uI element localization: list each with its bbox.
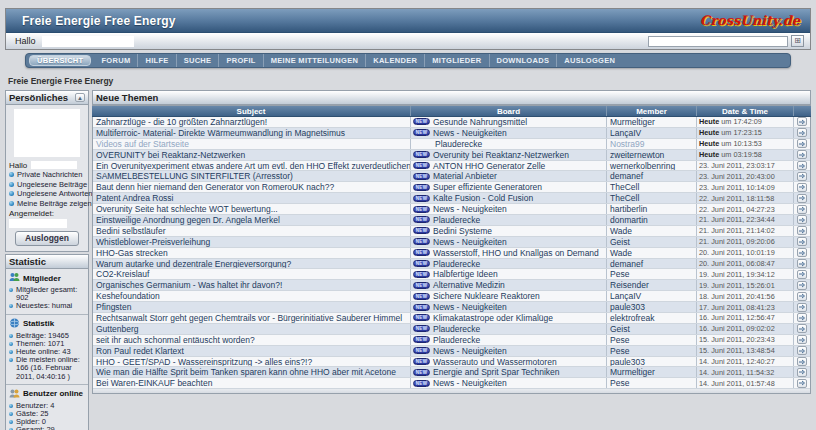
column-header-board[interactable]: Board — [411, 106, 607, 116]
board-link[interactable]: News - Neuigkeiten — [433, 204, 507, 214]
topic-subject-link[interactable]: Guttenberg — [93, 324, 410, 334]
goto-last-post-icon[interactable] — [797, 259, 807, 268]
topic-subject-link[interactable]: Videos auf der Startseite — [93, 139, 410, 149]
goto-last-post-icon[interactable] — [797, 183, 807, 192]
member-link[interactable]: Reisender — [606, 280, 696, 290]
column-header-member[interactable]: Member — [607, 106, 697, 116]
board-link[interactable]: Gesunde Nahrungsmittel — [433, 117, 527, 127]
topic-subject-link[interactable]: Zahnarztlüge - die 10 größten Zahnarztlü… — [93, 117, 410, 127]
topic-subject-link[interactable]: Bei Waren-EINKAUF beachten — [93, 378, 410, 388]
board-link[interactable]: Overunity bei Reaktanz-Netzwerken — [433, 150, 569, 160]
topic-subject-link[interactable]: Keshefoundation — [93, 291, 410, 301]
goto-last-post-icon[interactable] — [797, 215, 807, 224]
goto-last-post-icon[interactable] — [797, 368, 807, 377]
board-link[interactable]: Bedini Systeme — [433, 226, 492, 236]
logout-button[interactable]: Ausloggen — [15, 231, 79, 246]
nav-tab-forum[interactable]: FORUM — [94, 54, 138, 67]
goto-last-post-icon[interactable] — [797, 313, 807, 322]
board-link[interactable]: News - Neuigkeiten — [433, 346, 507, 356]
board-link[interactable]: ANTON HHO Generator Zelle — [433, 161, 545, 171]
board-link[interactable]: Wasserstoff, HHO und Knallgas on Demand — [433, 248, 599, 258]
goto-last-post-icon[interactable] — [797, 292, 807, 301]
member-link[interactable]: Nostra99 — [606, 139, 696, 149]
topic-subject-link[interactable]: Einstweilige Anordnung gegen Dr. Angela … — [93, 215, 410, 225]
nav-tab-bersicht[interactable]: ÜBERSICHT — [29, 55, 91, 66]
board-link[interactable]: News - Neuigkeiten — [433, 237, 507, 247]
goto-last-post-icon[interactable] — [797, 237, 807, 246]
topic-subject-link[interactable]: OVERUNITY bei Reaktanz-Netzwerken — [93, 150, 410, 160]
board-link[interactable]: Plauderecke — [435, 139, 482, 149]
column-header-subject[interactable]: Subject — [92, 106, 411, 116]
member-link[interactable]: TheCell — [606, 193, 696, 203]
collapse-icon[interactable]: ▲ — [75, 93, 85, 102]
member-link[interactable]: Wade — [606, 226, 696, 236]
member-link[interactable]: paule303 — [606, 357, 696, 367]
member-link[interactable]: Geist — [606, 237, 696, 247]
nav-tab-ausloggen[interactable]: AUSLOGGEN — [557, 54, 622, 67]
member-link[interactable]: Pese — [606, 346, 696, 356]
board-link[interactable]: Plauderecke — [433, 335, 480, 345]
board-link[interactable]: Wasserauto und Wassermotoren — [433, 357, 557, 367]
board-link[interactable]: Plauderecke — [433, 215, 480, 225]
sidebar-link-private-nachrichten[interactable]: Private Nachrichten — [6, 170, 88, 180]
member-link[interactable]: hartiberlin — [606, 204, 696, 214]
topic-subject-link[interactable]: CO2-Kreislauf — [93, 269, 410, 279]
topic-subject-link[interactable]: Wie man die Hälfte Sprit beim Tanken spa… — [93, 367, 410, 377]
member-link[interactable]: Murmeltiger — [606, 117, 696, 127]
column-header-date-time[interactable]: Date & Time — [697, 106, 794, 116]
nav-tab-downloads[interactable]: DOWNLOADS — [490, 54, 558, 67]
topic-subject-link[interactable]: HHO - GEET/SPAD - Wassereinspritzung -> … — [93, 357, 410, 367]
sidebar-link-ungelesene-beitr-ge[interactable]: Ungelesene Beiträge — [6, 180, 88, 190]
board-link[interactable]: Klimakatastrope oder Klimalüge — [433, 313, 553, 323]
member-link[interactable]: zweiternewton — [606, 150, 696, 160]
member-link[interactable]: Murmeltiger — [606, 367, 696, 377]
nav-tab-hilfe[interactable]: HILFE — [138, 54, 176, 67]
goto-last-post-icon[interactable] — [797, 205, 807, 214]
goto-last-post-icon[interactable] — [797, 194, 807, 203]
member-link[interactable]: LançaIV — [606, 128, 696, 138]
goto-last-post-icon[interactable] — [797, 139, 807, 148]
topic-subject-link[interactable]: SAMMELBESTELLUNG SINTERFILTER (Arresstor… — [93, 171, 410, 181]
topic-subject-link[interactable]: Bedini selbstläufer — [93, 226, 410, 236]
member-link[interactable]: elektrofreak — [606, 313, 696, 323]
goto-last-post-icon[interactable] — [797, 335, 807, 344]
goto-last-post-icon[interactable] — [797, 303, 807, 312]
member-link[interactable]: TheCell — [606, 182, 696, 192]
board-link[interactable]: Super effiziente Generatoren — [433, 182, 542, 192]
member-link[interactable]: wernerkolbenring — [606, 161, 696, 171]
goto-last-post-icon[interactable] — [797, 346, 807, 355]
topic-subject-link[interactable]: seit ihr auch schonmal entäuscht worden? — [93, 335, 410, 345]
board-link[interactable]: News - Neuigkeiten — [433, 302, 507, 312]
goto-last-post-icon[interactable] — [797, 150, 807, 159]
goto-last-post-icon[interactable] — [797, 270, 807, 279]
board-link[interactable]: Halbfertige Ideen — [433, 269, 498, 279]
member-link[interactable]: LançaIV — [606, 291, 696, 301]
topic-subject-link[interactable]: Rechtsanwalt Storr geht gegen Chemtrails… — [93, 313, 410, 323]
topic-subject-link[interactable]: HHO-Gas strecken — [93, 248, 410, 258]
member-link[interactable]: demanef — [606, 171, 696, 181]
topic-subject-link[interactable]: Whistleblower-Preisverleihung — [93, 237, 410, 247]
goto-last-post-icon[interactable] — [797, 357, 807, 366]
member-link[interactable]: Pese — [606, 378, 696, 388]
goto-last-post-icon[interactable] — [797, 379, 807, 388]
topic-subject-link[interactable]: Pfingsten — [93, 302, 410, 312]
breadcrumb[interactable]: Freie Energie Free Energy — [8, 76, 811, 86]
board-link[interactable]: Kalte Fusion - Cold Fusion — [433, 193, 533, 203]
nav-tab-kalender[interactable]: KALENDER — [366, 54, 425, 67]
search-input[interactable] — [648, 36, 788, 47]
sidebar-link-ungelesene-antworten[interactable]: Ungelesene Antworten — [6, 189, 88, 199]
member-link[interactable]: Pese — [606, 335, 696, 345]
board-link[interactable]: News - Neuigkeiten — [433, 378, 507, 388]
topic-subject-link[interactable]: Patent Andrea Rossi — [93, 193, 410, 203]
board-link[interactable]: Sichere Nukleare Reaktoren — [433, 291, 540, 301]
goto-last-post-icon[interactable] — [797, 226, 807, 235]
board-link[interactable]: News - Neuigkeiten — [433, 128, 507, 138]
member-link[interactable]: Pese — [606, 269, 696, 279]
board-link[interactable]: Alternative Medizin — [433, 280, 505, 290]
goto-last-post-icon[interactable] — [797, 117, 807, 126]
board-link[interactable]: Plauderecke — [433, 259, 480, 269]
topic-subject-link[interactable]: Organisches Germanium - Was haltet ihr d… — [93, 280, 410, 290]
goto-last-post-icon[interactable] — [797, 248, 807, 257]
sidebar-link-meine-beitr-ge-zeigen[interactable]: Meine Beiträge zeigen — [6, 199, 88, 209]
topic-subject-link[interactable]: Ron Paul redet Klartext — [93, 346, 410, 356]
